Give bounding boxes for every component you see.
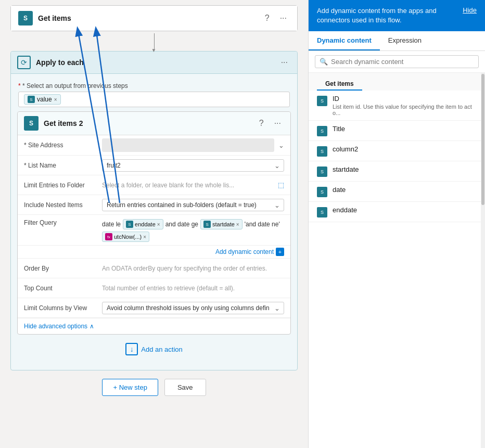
utcnow-token[interactable]: fx utcNow(...) × bbox=[102, 232, 149, 242]
dynamic-item-column2-icon: S bbox=[317, 146, 327, 157]
output-input[interactable]: S value × bbox=[18, 92, 290, 107]
add-action-row: ↓ Add an action bbox=[11, 335, 297, 364]
dynamic-item-startdate[interactable]: S startdate bbox=[309, 161, 485, 182]
tab-expression[interactable]: Expression bbox=[380, 31, 430, 50]
startdate-token[interactable]: S startdate × bbox=[200, 219, 242, 229]
nested-items-row: Include Nested Items Return entries cont… bbox=[18, 195, 290, 215]
hide-panel-button[interactable]: Hide bbox=[463, 6, 477, 14]
top-count-row: Top Count Total number of entries to ret… bbox=[18, 278, 290, 298]
dynamic-item-column2-content: column2 bbox=[333, 145, 477, 153]
dynamic-item-date-content: date bbox=[333, 186, 477, 194]
list-name-select[interactable]: fruit2 bbox=[102, 159, 284, 172]
limit-entries-label: Limit Entries to Folder bbox=[24, 182, 102, 189]
dynamic-item-enddate-icon: S bbox=[317, 207, 327, 217]
scrollbar-track bbox=[481, 73, 485, 448]
dynamic-item-title-icon: S bbox=[317, 126, 327, 136]
dynamic-item-title[interactable]: S Title bbox=[309, 121, 485, 141]
site-address-label: * Site Address bbox=[24, 142, 102, 149]
startdate-token-icon: S bbox=[203, 221, 211, 228]
filter-query-value[interactable]: date le S enddate × and date ge S startd… bbox=[102, 219, 284, 242]
get-items-2-icon: S bbox=[24, 116, 39, 131]
list-name-select-wrapper[interactable]: fruit2 bbox=[102, 159, 284, 172]
select-output-label: * * Select an output from previous steps bbox=[18, 82, 290, 89]
folder-icon: ⬚ bbox=[278, 181, 284, 189]
top-count-label: Top Count bbox=[24, 285, 102, 292]
enddate-token-label: enddate bbox=[135, 221, 156, 227]
add-dynamic-link[interactable]: Add dynamic content + bbox=[215, 248, 284, 256]
save-button[interactable]: Save bbox=[164, 379, 206, 396]
value-tag[interactable]: S value × bbox=[24, 94, 61, 105]
help-button[interactable]: ? bbox=[262, 12, 273, 24]
dynamic-item-date-icon: S bbox=[317, 187, 327, 197]
tab-dynamic-content[interactable]: Dynamic content bbox=[309, 31, 380, 50]
dynamic-item-column2[interactable]: S column2 bbox=[309, 141, 485, 161]
more-options-button[interactable]: ··· bbox=[277, 12, 290, 24]
filter-query-label: Filter Query bbox=[24, 219, 102, 226]
apply-each-header: ⟳ Apply to each ··· bbox=[11, 52, 297, 74]
dynamic-section-title: Get items bbox=[317, 76, 362, 91]
filter-text-2: and date ge bbox=[165, 221, 198, 228]
apply-each-more-button[interactable]: ··· bbox=[278, 57, 291, 68]
dynamic-item-enddate[interactable]: S enddate bbox=[309, 202, 485, 222]
list-name-label: * List Name bbox=[24, 162, 102, 169]
get-items-2-help-btn[interactable]: ? bbox=[256, 118, 267, 129]
limit-columns-row: Limit Columns by View Avoid column thres… bbox=[18, 298, 290, 318]
dynamic-item-title-content: Title bbox=[333, 125, 477, 133]
dynamic-item-id-name: ID bbox=[333, 95, 477, 103]
enddate-token-icon: S bbox=[126, 221, 133, 228]
search-icon: 🔍 bbox=[320, 58, 328, 66]
search-input[interactable] bbox=[331, 58, 474, 66]
filter-text-1: date le bbox=[102, 221, 121, 228]
dynamic-item-column2-name: column2 bbox=[333, 145, 477, 153]
add-dynamic-label: Add dynamic content bbox=[215, 248, 274, 255]
nested-items-label: Include Nested Items bbox=[24, 201, 102, 209]
site-address-row: * Site Address ⌄ bbox=[18, 135, 290, 156]
add-action-icon: ↓ bbox=[125, 343, 138, 355]
enddate-token[interactable]: S enddate × bbox=[123, 219, 163, 229]
dynamic-item-startdate-name: startdate bbox=[333, 165, 477, 173]
utcnow-token-remove[interactable]: × bbox=[143, 234, 146, 240]
dynamic-item-id[interactable]: S ID List item id. Use this value for sp… bbox=[309, 91, 485, 121]
top-count-placeholder: Total number of entries to retrieve (def… bbox=[102, 285, 284, 292]
dynamic-item-date[interactable]: S date bbox=[309, 182, 485, 202]
limit-entries-row: Limit Entries to Folder Select a folder,… bbox=[18, 175, 290, 195]
right-panel-header: Add dynamic content from the apps and co… bbox=[309, 0, 485, 31]
add-action-button[interactable]: ↓ Add an action bbox=[125, 343, 183, 355]
list-name-row: * List Name fruit2 bbox=[18, 156, 290, 175]
list-name-value-wrap: fruit2 bbox=[102, 159, 284, 172]
site-address-input[interactable] bbox=[102, 138, 274, 152]
value-tag-icon: S bbox=[28, 96, 35, 103]
enddate-token-remove[interactable]: × bbox=[157, 222, 160, 227]
site-address-value[interactable]: ⌄ bbox=[102, 138, 284, 152]
get-items-2-more-btn[interactable]: ··· bbox=[271, 118, 284, 129]
chevron-up-icon: ∧ bbox=[90, 323, 94, 330]
startdate-token-remove[interactable]: × bbox=[236, 222, 239, 227]
nested-items-select[interactable]: Return entries contained in sub-folders … bbox=[102, 199, 284, 211]
site-address-chevron: ⌄ bbox=[278, 142, 284, 149]
nested-items-value: Return entries contained in sub-folders … bbox=[102, 199, 284, 211]
apply-each-container: ⟳ Apply to each ··· * * Select an output… bbox=[10, 51, 298, 370]
get-items-icon: S bbox=[18, 11, 33, 25]
right-panel-tabs: Dynamic content Expression bbox=[309, 31, 485, 51]
dynamic-section-bar: Get items bbox=[309, 73, 485, 91]
connector-arrow bbox=[10, 31, 298, 51]
dynamic-item-startdate-content: startdate bbox=[333, 165, 477, 173]
limit-columns-select[interactable]: Avoid column threshold issues by only us… bbox=[102, 302, 284, 314]
limit-columns-select-wrapper[interactable]: Avoid column threshold issues by only us… bbox=[102, 302, 284, 314]
nested-items-select-wrapper[interactable]: Return entries contained in sub-folders … bbox=[102, 199, 284, 211]
value-tag-remove[interactable]: × bbox=[54, 97, 57, 103]
hide-advanced-link[interactable]: Hide advanced options ∧ bbox=[18, 318, 290, 334]
order-by-placeholder: An ODATA orderBy query for specifying th… bbox=[102, 265, 284, 272]
dynamic-item-id-icon: S bbox=[317, 96, 327, 106]
filter-text-3: 'and date ne' bbox=[245, 221, 280, 228]
new-step-button[interactable]: + New step bbox=[102, 379, 158, 396]
limit-columns-value: Avoid column threshold issues by only us… bbox=[102, 302, 284, 314]
dynamic-item-startdate-icon: S bbox=[317, 167, 327, 177]
search-input-wrap[interactable]: 🔍 bbox=[315, 55, 479, 68]
get-items-2-header: S Get items 2 ? ··· bbox=[18, 112, 290, 135]
startdate-token-label: startdate bbox=[212, 221, 235, 227]
scrollbar-thumb[interactable] bbox=[481, 74, 484, 205]
get-items-2-card: S Get items 2 ? ··· * Site Address ⌄ bbox=[17, 111, 291, 335]
utcnow-token-label: utcNow(...) bbox=[114, 234, 142, 240]
right-panel-scroll: Get items S ID List item id. Use this va… bbox=[309, 73, 485, 448]
